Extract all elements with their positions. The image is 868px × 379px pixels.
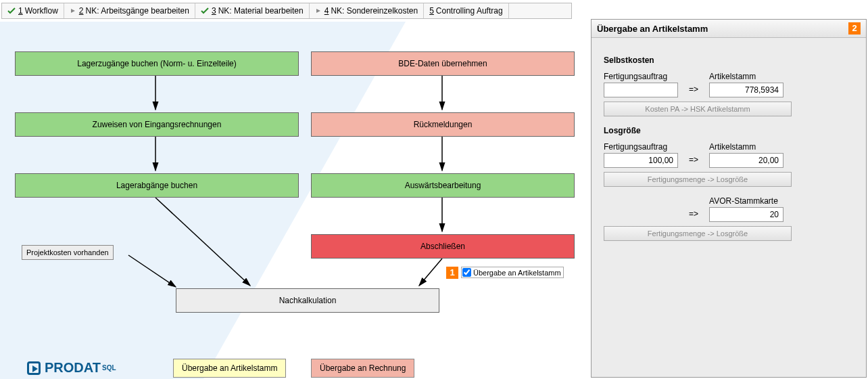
box-label: Projektkosten vorhanden <box>26 248 109 257</box>
label-avor-stammkarte: AVOR-Stammkarte <box>709 196 783 206</box>
legend-label: Übergabe an Artikelstamm <box>182 363 277 373</box>
input-losgroesse-fa[interactable] <box>604 153 678 168</box>
tab-nk-arbeitsgaenge[interactable]: 2 NK: Arbeitsgänge bearbeiten <box>64 3 195 18</box>
callout-marker-1: 1 <box>446 267 458 279</box>
label-fertigungsauftrag: Fertigungsauftrag <box>604 72 678 81</box>
box-nachkalkulation[interactable]: Nachkalkulation <box>176 288 439 313</box>
label-artikelstamm: Artikelstamm <box>709 72 783 81</box>
box-label: Lagerzugänge buchen (Norm- u. Einzelteil… <box>77 59 236 68</box>
logo-icon <box>27 361 41 375</box>
logo-suffix: SQL <box>102 364 116 372</box>
tab-nk-material[interactable]: 3 NK: Material bearbeiten <box>195 3 310 18</box>
box-lagerabgaenge[interactable]: Lagerabgänge buchen <box>15 173 299 198</box>
tab-label: Workflow <box>25 6 58 16</box>
tab-num: 4 <box>324 6 329 16</box>
input-selbstkosten-fa[interactable] <box>604 83 678 97</box>
prodat-logo: PRODAT SQL <box>27 360 116 376</box>
box-auswaertsbearbeitung[interactable]: Auswärtsbearbeitung <box>311 173 575 198</box>
button-fertigungsmenge-losgroesse-2[interactable]: Fertigungsmenge -> Losgröße <box>604 226 792 241</box>
top-tabs: 1 Workflow 2 NK: Arbeitsgänge bearbeiten… <box>1 3 572 19</box>
button-fertigungsmenge-losgroesse-1[interactable]: Fertigungsmenge -> Losgröße <box>604 172 792 187</box>
legend-uebergabe-rechnung: Übergabe an Rechnung <box>311 359 414 378</box>
box-label: Auswärtsbearbeitung <box>405 181 481 190</box>
input-avor-stammkarte[interactable] <box>709 207 783 222</box>
box-zuweisen-eingangsrechnungen[interactable]: Zuweisen von Eingangsrechnungen <box>15 112 299 137</box>
arrow-separator: => <box>689 75 698 94</box>
box-lagerzugaenge[interactable]: Lagerzugänge buchen (Norm- u. Einzelteil… <box>15 51 299 76</box>
tab-num: 2 <box>79 6 84 16</box>
triangle-icon <box>315 7 322 14</box>
panel-uebergabe-artikelstamm: Übergabe an Artikelstamm 2 Selbstkosten … <box>591 19 867 378</box>
check-icon <box>201 7 209 15</box>
triangle-icon <box>70 7 76 14</box>
legend-label: Übergabe an Rechnung <box>320 363 406 373</box>
box-bde-daten[interactable]: BDE-Daten übernehmen <box>311 51 575 76</box>
tab-label: Controlling Auftrag <box>436 6 503 16</box>
tab-label: NK: Arbeitsgänge bearbeiten <box>86 6 189 16</box>
tab-nk-sondereinzel[interactable]: 4 NK: Sondereinzelkosten <box>310 3 424 18</box>
box-projektkosten[interactable]: Projektkosten vorhanden <box>22 245 114 260</box>
label-artikelstamm: Artikelstamm <box>709 142 783 152</box>
box-label: Rückmeldungen <box>414 120 473 129</box>
box-label: Nachkalkulation <box>279 296 337 305</box>
tab-label: NK: Material bearbeiten <box>218 6 304 16</box>
input-losgroesse-as[interactable] <box>709 153 783 168</box>
tab-controlling[interactable]: 5 Controlling Auftrag <box>424 3 508 18</box>
arrow-separator: => <box>689 146 698 164</box>
arrow-separator: => <box>689 200 698 219</box>
box-rueckmeldungen[interactable]: Rückmeldungen <box>311 112 575 137</box>
logo-text: PRODAT <box>45 360 101 376</box>
checkbox-input[interactable] <box>462 268 471 277</box>
label-fertigungsauftrag: Fertigungsauftrag <box>604 142 678 152</box>
input-selbstkosten-as[interactable] <box>709 83 783 97</box>
tab-label: NK: Sondereinzelkosten <box>331 6 418 16</box>
workflow-canvas: Lagerzugänge buchen (Norm- u. Einzelteil… <box>0 22 588 379</box>
box-abschliessen[interactable]: Abschließen <box>311 234 575 259</box>
tab-num: 5 <box>429 6 434 16</box>
legend-uebergabe-artikelstamm: Übergabe an Artikelstamm <box>173 359 286 378</box>
button-kosten-pa-hsk[interactable]: Kosten PA -> HSK Artikelstamm <box>604 102 792 116</box>
section-heading-losgroesse: Losgröße <box>604 126 854 135</box>
checkbox-uebergabe-artikelstamm[interactable]: Übergabe an Artikelstamm <box>461 267 564 278</box>
panel-title-bar: Übergabe an Artikelstamm 2 <box>592 20 866 38</box>
panel-title-text: Übergabe an Artikelstamm <box>597 24 708 34</box>
box-label: Lagerabgänge buchen <box>116 181 197 190</box>
callout-marker-2: 2 <box>848 22 861 35</box>
tab-workflow[interactable]: 1 Workflow <box>2 3 64 18</box>
tab-num: 3 <box>212 6 216 16</box>
check-icon <box>7 7 16 15</box>
checkbox-label: Übergabe an Artikelstamm <box>473 269 561 277</box>
box-label: Abschließen <box>420 242 465 251</box>
box-label: Zuweisen von Eingangsrechnungen <box>93 120 222 129</box>
tab-num: 1 <box>18 6 23 16</box>
section-heading-selbstkosten: Selbstkosten <box>604 55 854 65</box>
box-label: BDE-Daten übernehmen <box>398 59 487 68</box>
